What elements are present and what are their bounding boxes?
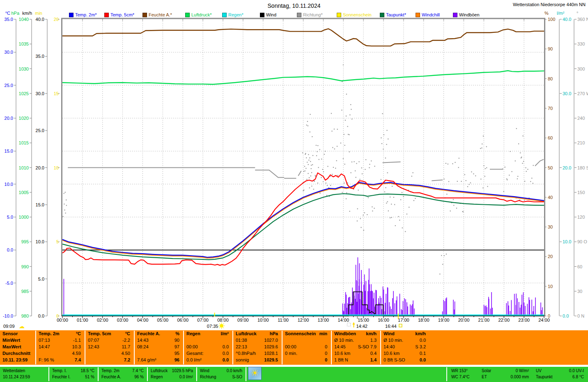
- direction-dot: [483, 136, 484, 137]
- axis-tick-label-kmh: 25.0: [36, 128, 44, 133]
- status-divider: [246, 367, 246, 381]
- direction-dot: [308, 160, 309, 160]
- table-row: Temp. 2m°C: [39, 331, 81, 337]
- direction-dot: [521, 157, 522, 158]
- direction-dot: [357, 220, 358, 221]
- axis-tick-label-tempC: 15.0: [5, 149, 13, 153]
- table-cell: 4.50: [122, 351, 130, 356]
- x-axis-hour-label: 13:00: [318, 318, 329, 323]
- direction-dot: [503, 191, 504, 192]
- status-section-1: Temp. I.18.5 °CFeuchte I.51 %: [50, 367, 97, 381]
- direction-dot: [387, 201, 388, 202]
- table-cell: hPa: [270, 331, 278, 336]
- direction-dot: [390, 197, 390, 197]
- direction-dot: [453, 205, 454, 206]
- sun-ray: [219, 323, 220, 324]
- direction-dot: [512, 171, 512, 172]
- x-axis-hour-label: 05:00: [157, 318, 169, 323]
- direction-dot: [481, 148, 482, 149]
- direction-dot: [356, 177, 356, 178]
- direction-dot: [311, 172, 312, 173]
- direction-dot: [469, 184, 469, 185]
- sunny-weather-icon: ☀: [248, 367, 262, 380]
- table-cell: °C: [125, 331, 130, 336]
- axis-tick-label-deg: 90 O: [577, 239, 587, 244]
- axis-tick-label-pct: 80: [548, 76, 553, 81]
- status-line: Temp. I.18.5 °C: [52, 368, 94, 374]
- axis-unit-label: °C: [5, 11, 10, 16]
- direction-dot: [316, 155, 317, 156]
- direction-dot: [309, 188, 310, 188]
- direction-dot: [515, 160, 516, 161]
- direction-dot: [321, 159, 322, 160]
- table-cell: 97: [175, 344, 179, 349]
- direction-dot: [402, 227, 403, 228]
- direction-dot: [347, 126, 348, 127]
- direction-dot: [346, 192, 347, 193]
- x-axis-hour-label: 19:00: [438, 318, 450, 323]
- table-cell: 0: [325, 357, 327, 362]
- direction-dot: [351, 109, 351, 110]
- direction-dot: [480, 148, 481, 149]
- axis-tick-label-tempC: 20.0: [5, 116, 13, 121]
- status-section-right-2: UV0.0 UV-ITaupunkt6.8 °C: [534, 367, 586, 381]
- direction-dot: [383, 149, 384, 149]
- direction-dot: [365, 169, 365, 170]
- axis-unit-label: %: [544, 11, 549, 16]
- direction-dot: [343, 64, 344, 65]
- table-cell: 7.64 g/m³: [137, 357, 156, 362]
- direction-dot: [444, 255, 445, 256]
- axis-tick-label-pct: 30: [548, 224, 553, 229]
- direction-dot: [309, 177, 310, 178]
- direction-dot: [311, 186, 312, 187]
- direction-dot: [327, 185, 328, 186]
- table-row: ^0.8hPa/h1028.1: [236, 351, 278, 357]
- direction-dot: [344, 183, 345, 183]
- direction-dot: [448, 181, 449, 182]
- status-value: 0.0 UV-I: [569, 368, 584, 373]
- axis-tick-label-deg: 0 N: [577, 313, 584, 318]
- direction-dot: [367, 214, 368, 215]
- sun-ray: [223, 327, 224, 328]
- sunset-time-label: 16:44: [385, 324, 397, 329]
- direction-dot: [316, 145, 317, 146]
- status-line: UV0.0 UV-I: [536, 368, 584, 374]
- status-value: 0.0 km/h: [227, 368, 242, 373]
- table-row: 14:4710.3: [39, 344, 81, 350]
- table-cell: 14:43: [137, 338, 149, 343]
- direction-dot: [442, 264, 443, 265]
- direction-dot: [523, 161, 524, 162]
- axis-tick-label-min: 15: [54, 91, 59, 96]
- axis-tick-label-kmh: 5.0: [38, 277, 44, 281]
- direction-dot: [384, 134, 384, 135]
- status-line: Feuchte I.51 %: [52, 375, 94, 380]
- axis-tick-label-hPa: 1040: [19, 17, 29, 22]
- direction-dot: [331, 131, 332, 132]
- direction-dot: [391, 204, 392, 205]
- direction-dot: [332, 147, 333, 148]
- direction-dot: [385, 158, 386, 158]
- table-cell: 90: [175, 338, 179, 343]
- table-row: sonnig1029.5: [236, 357, 278, 364]
- table-cell: 0.0: [420, 338, 426, 343]
- table-cell: 0.0: [223, 344, 229, 349]
- x-axis-hour-label: 09:00: [237, 318, 249, 323]
- table-row: 00:000.0: [186, 344, 229, 350]
- table-cell: Wind: [384, 331, 395, 336]
- table-cell: °C: [76, 331, 81, 336]
- x-axis-hour-label: 17:00: [398, 318, 409, 323]
- table-row: Windböenkm/h: [334, 331, 377, 337]
- direction-dot: [386, 130, 387, 131]
- direction-dot: [349, 151, 350, 152]
- direction-dot: [338, 175, 338, 176]
- direction-dot: [351, 162, 352, 162]
- table-row: 10.11. 23:59: [2, 357, 32, 364]
- table-cell: 1.3: [370, 338, 377, 343]
- x-axis-hour-label: 16:00: [378, 318, 389, 323]
- table-cell: 0 Bft S-SO: [384, 357, 405, 362]
- direction-dot: [363, 215, 364, 215]
- table-cell: 14:47: [39, 344, 50, 349]
- axis-tick-label-deg: 270 W: [577, 91, 588, 96]
- status-label: Richtung: [200, 375, 216, 379]
- axis-unit-label: l/m²: [557, 11, 565, 16]
